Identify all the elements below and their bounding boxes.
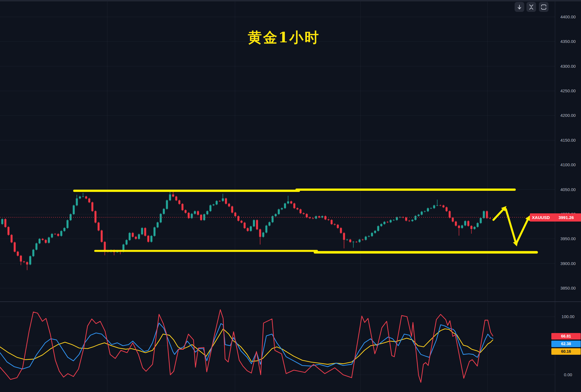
price-tick-label: 4100.00 bbox=[555, 162, 581, 168]
candle-body bbox=[346, 240, 348, 240]
candle-body bbox=[380, 224, 382, 226]
candle-body bbox=[471, 226, 473, 229]
candle-body bbox=[17, 252, 19, 256]
candle-body bbox=[101, 231, 103, 242]
candle-body bbox=[259, 229, 261, 237]
candle-body bbox=[343, 233, 345, 240]
candle-body bbox=[433, 205, 435, 208]
candle-body bbox=[325, 216, 327, 220]
candle-body bbox=[262, 233, 264, 237]
candle-body bbox=[231, 206, 233, 213]
kdj-tick-label: 100.00 bbox=[555, 314, 581, 320]
projection-arrow-down-leg[interactable] bbox=[506, 209, 515, 242]
candle-body bbox=[390, 220, 392, 222]
candle-body bbox=[387, 222, 389, 222]
candle-body bbox=[219, 201, 221, 201]
candle-body bbox=[141, 228, 143, 234]
candle-body bbox=[443, 205, 445, 207]
candle-body bbox=[244, 223, 246, 228]
candle-body bbox=[421, 212, 423, 215]
candle-body bbox=[331, 220, 333, 224]
kdj-tick-label: 0.00 bbox=[555, 372, 581, 378]
candle-body bbox=[126, 240, 128, 245]
candle-body bbox=[222, 198, 224, 201]
candle-body bbox=[256, 220, 258, 229]
candle-body bbox=[104, 242, 106, 251]
candle-body bbox=[51, 234, 53, 238]
symbol-tag: XAUUSD bbox=[530, 213, 552, 222]
candle-body bbox=[362, 240, 364, 240]
candle-body bbox=[312, 218, 314, 218]
candle-body bbox=[365, 236, 367, 240]
price-tick-label: 4150.00 bbox=[555, 137, 581, 143]
candle-body bbox=[340, 228, 342, 233]
candle-body bbox=[11, 235, 13, 242]
candle-body bbox=[430, 208, 432, 209]
candle-body bbox=[393, 220, 395, 220]
price-tick-label: 4300.00 bbox=[555, 63, 581, 69]
price-tick-label: 4050.00 bbox=[555, 187, 581, 193]
candle-body bbox=[405, 218, 407, 221]
price-tick-label: 4400.00 bbox=[555, 14, 581, 20]
price-axis[interactable]: 4400.004350.004300.004250.004200.004150.… bbox=[555, 1, 581, 392]
candle-body bbox=[76, 198, 78, 205]
candle-body bbox=[154, 227, 156, 236]
candle-body bbox=[54, 234, 56, 234]
kdj-line-d bbox=[0, 329, 493, 364]
collapse-button[interactable] bbox=[526, 2, 536, 12]
kdj-value-label: 62.38 bbox=[551, 341, 581, 347]
candle-body bbox=[20, 256, 22, 262]
candle-body bbox=[82, 196, 84, 197]
candle-body bbox=[225, 198, 227, 204]
candle-body bbox=[418, 215, 420, 216]
candle-body bbox=[92, 202, 93, 211]
candle-body bbox=[483, 211, 485, 218]
price-tick-label: 4200.00 bbox=[555, 112, 581, 119]
candle-body bbox=[138, 234, 140, 239]
candle-body bbox=[73, 205, 75, 214]
candle-body bbox=[464, 221, 466, 225]
candle-body bbox=[32, 250, 34, 256]
price-tick-label: 3850.00 bbox=[555, 285, 581, 291]
candle-body bbox=[368, 236, 370, 237]
candle-body bbox=[26, 262, 28, 264]
last-price-label: 3991.26 bbox=[551, 213, 581, 222]
price-tick-label: 3950.00 bbox=[555, 236, 581, 242]
candle-body bbox=[48, 237, 50, 243]
candle-body bbox=[144, 228, 146, 236]
candle-body bbox=[306, 214, 308, 217]
candle-body bbox=[281, 208, 283, 209]
candle-body bbox=[439, 205, 441, 205]
candle-body bbox=[14, 242, 16, 252]
candle-body bbox=[29, 256, 31, 264]
candle-body bbox=[228, 204, 230, 206]
projection-arrow-up-leg-1[interactable] bbox=[493, 210, 503, 220]
candle-body bbox=[98, 223, 100, 231]
candle-body bbox=[241, 221, 243, 223]
candle-body bbox=[415, 216, 417, 220]
candle-body bbox=[216, 201, 218, 204]
candle-body bbox=[359, 240, 361, 242]
kdj-value-label: 66.81 bbox=[551, 333, 581, 340]
candle-body bbox=[349, 240, 351, 242]
candle-body bbox=[238, 216, 240, 221]
chart-title: 黄金1小时 bbox=[0, 28, 568, 47]
maximize-button[interactable] bbox=[539, 2, 549, 12]
candle-body bbox=[163, 209, 165, 214]
candle-body bbox=[157, 222, 159, 227]
candle-body bbox=[424, 211, 426, 212]
candle-body bbox=[474, 227, 476, 229]
candle-body bbox=[467, 221, 469, 226]
maximize-icon bbox=[541, 4, 547, 10]
candle-body bbox=[185, 210, 187, 213]
scroll-down-button[interactable] bbox=[515, 2, 524, 12]
candle-body bbox=[39, 239, 41, 243]
candle-body bbox=[206, 211, 208, 214]
candle-body bbox=[166, 200, 168, 209]
candle-body bbox=[64, 228, 66, 231]
candle-body bbox=[210, 205, 212, 211]
chart-canvas[interactable] bbox=[0, 0, 581, 392]
candle-body bbox=[303, 213, 305, 214]
candle-body bbox=[461, 225, 463, 228]
candle-body bbox=[293, 203, 295, 208]
